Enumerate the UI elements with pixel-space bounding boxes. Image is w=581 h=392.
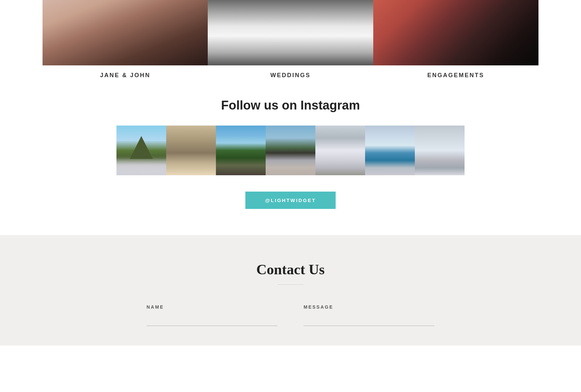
gallery-photo-jane-john (43, 0, 208, 65)
instagram-photo-5[interactable] (315, 126, 365, 175)
instagram-photo-7[interactable] (415, 126, 465, 175)
instagram-photo-3[interactable] (216, 126, 266, 175)
contact-name-label: NAME (147, 304, 164, 310)
contact-divider (277, 284, 304, 285)
instagram-handle-button[interactable]: @LIGHTWIDGET (245, 192, 336, 209)
gallery-item-weddings[interactable]: WEDDINGS (208, 0, 373, 79)
gallery-item-jane-john[interactable]: JANE & JOHN (43, 0, 208, 79)
gallery-photo-weddings (208, 0, 373, 65)
contact-form-row: NAME MESSAGE (43, 304, 538, 326)
gallery-item-engagements[interactable]: ENGAGEMENTS (373, 0, 538, 79)
instagram-photo-1[interactable] (116, 126, 166, 175)
gallery-label-jane-john: JANE & JOHN (100, 72, 150, 79)
contact-name-group: NAME (147, 304, 277, 326)
gallery-label-weddings: WEDDINGS (270, 72, 310, 79)
instagram-photo-2[interactable] (166, 126, 216, 175)
contact-message-group: MESSAGE (304, 304, 434, 326)
top-gallery: JANE & JOHN WEDDINGS ENGAGEMENTS (0, 0, 581, 79)
instagram-title: Follow us on Instagram (43, 98, 538, 112)
instagram-photo-6[interactable] (365, 126, 415, 175)
contact-name-input[interactable] (147, 315, 277, 326)
gallery-label-engagements: ENGAGEMENTS (427, 72, 484, 79)
contact-title: Contact Us (43, 261, 538, 278)
instagram-section: Follow us on Instagram @LIGHTWIDGET (0, 79, 581, 235)
instagram-grid (43, 126, 538, 175)
contact-message-input[interactable] (304, 315, 434, 326)
contact-message-label: MESSAGE (304, 304, 333, 310)
instagram-photo-4[interactable] (266, 126, 315, 175)
gallery-photo-engagements (373, 0, 538, 65)
contact-section: Contact Us NAME MESSAGE (0, 235, 581, 346)
